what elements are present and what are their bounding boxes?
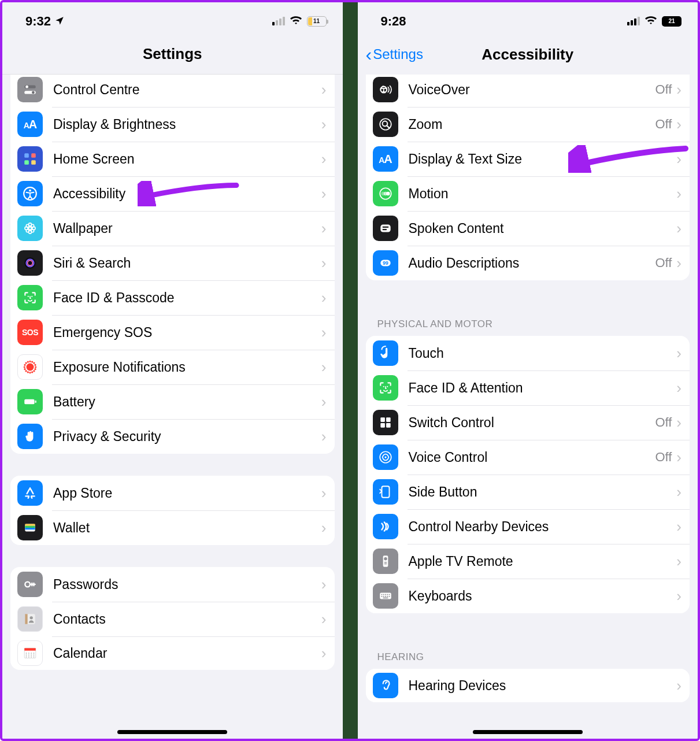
svg-rect-93 <box>387 594 388 595</box>
svg-rect-4 <box>24 153 29 158</box>
chevron-right-icon: › <box>676 344 682 362</box>
chevron-right-icon: › <box>321 576 327 594</box>
settings-row-audiodesc[interactable]: 99 Audio Descriptions Off › <box>366 246 690 280</box>
settings-row-zoom[interactable]: Zoom Off › <box>366 107 690 142</box>
status-bar: 9:28 21 <box>358 2 698 34</box>
settings-row-switch[interactable]: Switch Control Off › <box>366 405 690 440</box>
svg-rect-94 <box>388 594 390 595</box>
row-label: Siri & Search <box>53 255 321 271</box>
svg-point-23 <box>31 296 32 297</box>
svg-point-39 <box>34 362 35 364</box>
settings-row-flower[interactable]: Wallpaper › <box>10 211 335 246</box>
page-title: Settings <box>143 45 202 63</box>
row-value: Off <box>655 82 672 97</box>
settings-row-sos[interactable]: SOS Emergency SOS › <box>10 315 335 350</box>
settings-row-sidebtn[interactable]: Side Button › <box>366 475 690 509</box>
settings-row-appstore[interactable]: App Store › <box>10 476 335 510</box>
chevron-right-icon: › <box>321 428 327 446</box>
svg-rect-91 <box>383 594 384 595</box>
home-indicator <box>117 730 227 734</box>
svg-point-18 <box>31 229 34 232</box>
settings-row-touch[interactable]: Touch › <box>366 336 690 370</box>
spoken-icon <box>373 216 398 241</box>
svg-rect-45 <box>25 526 35 528</box>
chevron-right-icon: › <box>676 449 682 466</box>
svg-rect-90 <box>381 594 382 595</box>
chevron-right-icon: › <box>321 358 327 376</box>
settings-row-key[interactable]: Passwords › <box>10 567 335 602</box>
settings-row-aa[interactable]: AA Display & Text Size › <box>366 142 690 176</box>
settings-row-siri[interactable]: Siri & Search › <box>10 246 335 280</box>
settings-row-voicectl[interactable]: Voice Control Off › <box>366 440 690 475</box>
row-label: Contacts <box>53 612 321 627</box>
key-icon <box>17 572 43 597</box>
chevron-right-icon: › <box>321 324 327 342</box>
settings-row-aa[interactable]: AA Display & Brightness › <box>10 107 335 142</box>
row-label: Accessibility <box>53 186 321 202</box>
contacts-icon <box>17 606 43 632</box>
settings-row-motion[interactable]: Motion › <box>366 176 690 211</box>
svg-point-35 <box>25 362 27 364</box>
location-icon <box>54 13 65 29</box>
settings-row-battery[interactable]: Battery › <box>10 384 335 419</box>
chevron-right-icon: › <box>676 150 682 168</box>
row-label: Display & Brightness <box>53 117 321 132</box>
battery-icon: 11 <box>307 16 327 27</box>
svg-rect-5 <box>31 153 36 158</box>
calendar-icon <box>17 640 43 666</box>
touch-icon <box>373 340 398 366</box>
chevron-right-icon: › <box>321 519 327 537</box>
grid-icon <box>17 146 43 172</box>
settings-row-contacts[interactable]: Contacts › <box>10 602 335 636</box>
svg-point-54 <box>28 653 29 654</box>
row-label: Emergency SOS <box>53 325 321 340</box>
settings-row-ear[interactable]: Hearing Devices › <box>366 669 690 702</box>
svg-point-32 <box>24 369 25 370</box>
screenshot-divider <box>343 2 358 739</box>
status-bar: 9:32 11 <box>2 2 343 34</box>
back-button[interactable]: ‹ Settings <box>366 46 423 62</box>
settings-row-faceid[interactable]: Face ID & Attention › <box>366 370 690 405</box>
row-label: VoiceOver <box>409 82 655 98</box>
settings-row-grid[interactable]: Home Screen › <box>10 142 335 176</box>
nearby-icon <box>373 514 398 539</box>
settings-row-spoken[interactable]: Spoken Content › <box>366 211 690 246</box>
svg-point-61 <box>26 657 27 658</box>
chevron-right-icon: › <box>676 677 682 695</box>
svg-rect-98 <box>387 596 388 597</box>
row-label: Apple TV Remote <box>409 554 677 569</box>
row-label: Privacy & Security <box>53 429 321 444</box>
row-label: Wallpaper <box>53 221 321 236</box>
chevron-right-icon: › <box>321 393 327 411</box>
settings-row-exposure[interactable]: Exposure Notifications › <box>10 350 335 384</box>
svg-point-64 <box>34 657 35 658</box>
settings-row-nearby[interactable]: Control Nearby Devices › <box>366 509 690 544</box>
row-label: Home Screen <box>53 151 321 167</box>
chevron-right-icon: › <box>676 414 682 432</box>
row-value: Off <box>655 255 672 271</box>
settings-row-wallet[interactable]: Wallet › <box>10 510 335 545</box>
chevron-right-icon: › <box>676 185 682 203</box>
page-title: Accessibility <box>482 46 573 64</box>
settings-row-appletv[interactable]: Apple TV Remote › <box>366 544 690 579</box>
svg-point-77 <box>387 386 388 387</box>
settings-row-calendar[interactable]: Calendar › <box>10 636 335 670</box>
settings-row-keyboard[interactable]: Keyboards › <box>366 579 690 613</box>
settings-row-faceid[interactable]: Face ID & Passcode › <box>10 280 335 315</box>
row-label: Display & Text Size <box>409 151 677 167</box>
chevron-right-icon: › <box>321 484 327 502</box>
nav-bar: ‹ Settings Accessibility <box>358 34 698 75</box>
chevron-right-icon: › <box>321 185 327 203</box>
zoom-icon <box>373 112 398 137</box>
settings-row-voiceover[interactable]: VoiceOver Off › <box>366 75 690 107</box>
svg-point-30 <box>27 372 28 373</box>
chevron-right-icon: › <box>321 150 327 168</box>
settings-row-toggles[interactable]: Control Centre › <box>10 75 335 107</box>
flower-icon <box>17 216 43 241</box>
chevron-right-icon: › <box>321 254 327 272</box>
chevron-right-icon: › <box>676 254 682 272</box>
section-header: Hearing <box>358 635 698 669</box>
settings-row-access[interactable]: Accessibility › <box>10 176 335 211</box>
settings-row-hand[interactable]: Privacy & Security › <box>10 419 335 454</box>
chevron-right-icon: › <box>321 610 327 628</box>
